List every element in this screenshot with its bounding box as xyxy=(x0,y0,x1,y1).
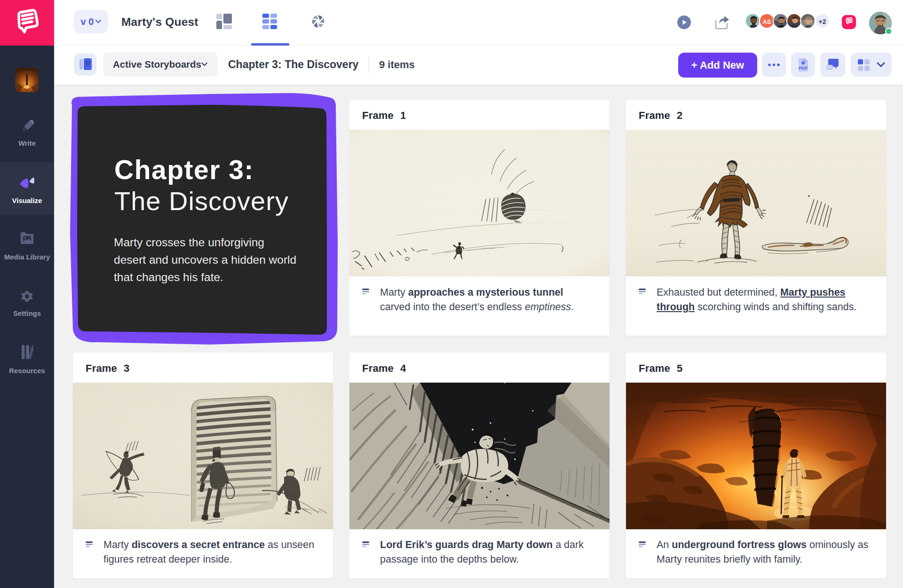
svg-text:Chapter 3:: Chapter 3: xyxy=(114,155,254,185)
svg-text:The Discovery: The Discovery xyxy=(114,186,289,216)
svg-text:PDF: PDF xyxy=(799,65,808,71)
